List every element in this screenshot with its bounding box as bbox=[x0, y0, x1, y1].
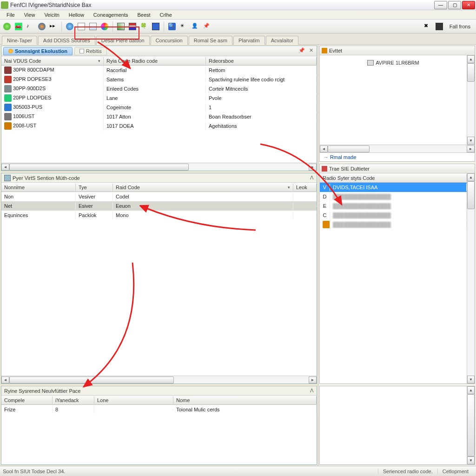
bot-col-0[interactable]: Compele bbox=[1, 397, 53, 404]
table-row[interactable]: 2008-UST1017 DOEAAgehitations bbox=[1, 121, 317, 131]
menu-veicitn[interactable]: Veicitn bbox=[40, 11, 64, 19]
scroll-thumb[interactable] bbox=[328, 145, 370, 152]
list-item[interactable]: D████████████████ bbox=[320, 192, 467, 201]
top-col-1[interactable]: Ryia Code Radio code bbox=[104, 57, 206, 65]
sun-icon[interactable]: ☀ bbox=[178, 21, 189, 32]
maximize-button[interactable]: ▢ bbox=[448, 1, 461, 9]
top-panel-tab-active[interactable]: Sonnsignt Ekolustion bbox=[3, 47, 73, 55]
menu-coneagements[interactable]: Coneagements bbox=[89, 11, 133, 19]
right-top-vscroll[interactable]: ▲ ▼ bbox=[467, 55, 475, 145]
leaf-icon[interactable]: 🍀 bbox=[139, 21, 149, 32]
refresh-icon[interactable] bbox=[2, 21, 12, 32]
table-row[interactable]: Frize8Toional Mulic cerds bbox=[1, 405, 317, 414]
document-icon[interactable] bbox=[76, 21, 86, 32]
table-row[interactable]: EqunincesPackiokMono bbox=[1, 211, 317, 220]
toolbar-text-button[interactable]: Fall frons bbox=[446, 23, 474, 30]
mid-col-1[interactable]: Tye bbox=[76, 184, 113, 191]
tab-concursiion[interactable]: Concursiion bbox=[151, 36, 188, 45]
mid-panel-title: Pyer VirtS Sention Müth-code ᐱ bbox=[1, 173, 317, 183]
scroll-right-icon[interactable]: ► bbox=[467, 145, 475, 152]
palette-icon[interactable] bbox=[99, 21, 110, 32]
close-x-icon[interactable]: ✖ bbox=[423, 21, 433, 32]
table-row[interactable]: 20PR DOPESE3SatemsSpactiving ruleine lif… bbox=[1, 75, 317, 84]
minimize-button[interactable]: — bbox=[434, 1, 447, 9]
right-top-hscroll[interactable]: ◄ ► bbox=[320, 145, 475, 152]
mid-hscroll[interactable]: ◄ ► bbox=[1, 376, 317, 383]
monitor-icon[interactable] bbox=[151, 21, 161, 32]
scroll-right-icon[interactable]: ► bbox=[309, 164, 317, 171]
mid-col-3[interactable]: Leok bbox=[293, 184, 317, 191]
play-icon[interactable]: ▸▸ bbox=[48, 21, 59, 32]
tab-add-doiss[interactable]: Add DOISS Sourdes bbox=[38, 36, 95, 45]
flag-icon[interactable] bbox=[127, 21, 138, 32]
right-mid-header[interactable]: Radio Syter styts Code bbox=[320, 174, 467, 182]
bot-col-2[interactable]: Lone bbox=[94, 397, 173, 404]
list-item[interactable]: C████████████████ bbox=[320, 211, 467, 220]
scroll-left-icon[interactable]: ◄ bbox=[1, 377, 9, 383]
table-row[interactable]: 1006UST1017 AttonBoan Readsorbser bbox=[1, 112, 317, 121]
table-row[interactable]: 30PP-900D2SEnleed CodesCorteir Mitncecil… bbox=[1, 84, 317, 93]
browser-icon[interactable] bbox=[37, 21, 47, 32]
image-icon[interactable] bbox=[88, 21, 98, 32]
chevron-up-icon[interactable]: ᐱ bbox=[310, 175, 314, 181]
list-item[interactable]: ████████████████ bbox=[320, 220, 467, 229]
dark-square-icon[interactable] bbox=[434, 21, 444, 32]
menu-crlhe[interactable]: Crlhe bbox=[155, 11, 177, 19]
scroll-right-icon[interactable]: ► bbox=[309, 377, 317, 383]
table-row[interactable]: 30PR 800CDAPMRacorfialRettom bbox=[1, 66, 317, 75]
scroll-left-icon[interactable]: ◄ bbox=[1, 164, 9, 171]
scroll-thumb[interactable] bbox=[9, 377, 174, 383]
top-col-2[interactable]: Rdeorsboe bbox=[206, 57, 317, 65]
scroll-down-icon[interactable]: ▼ bbox=[467, 376, 475, 383]
bottom-grid[interactable]: Compele iYanedack Lone Nome Frize8Toiona… bbox=[1, 396, 317, 464]
top-hscroll[interactable]: ◄ ► bbox=[1, 163, 317, 171]
user-icon[interactable]: 👤 bbox=[190, 21, 200, 32]
tab-desal-plere[interactable]: Desal Plere dattion bbox=[96, 36, 150, 45]
chevron-up-icon[interactable]: ᐱ bbox=[310, 388, 314, 394]
table-row[interactable]: 305003-PUSCogeimote1 bbox=[1, 103, 317, 112]
music-icon[interactable]: ♪ bbox=[25, 21, 35, 32]
mid-grid[interactable]: Nonnime Tye Raid Code▾ Leok NonVesiverCo… bbox=[1, 183, 317, 376]
scroll-thumb[interactable] bbox=[467, 394, 475, 456]
top-grid[interactable]: Nai VDUS Code▾ Ryia Code Radio code Rdeo… bbox=[1, 56, 317, 163]
scroll-thumb[interactable] bbox=[467, 63, 475, 82]
close-button[interactable]: ✕ bbox=[462, 1, 475, 9]
tab-plarvatim[interactable]: Plarvatim bbox=[233, 36, 265, 45]
bot-col-1[interactable]: iYanedack bbox=[53, 397, 94, 404]
tab-romal[interactable]: Romal Se asm bbox=[189, 36, 232, 45]
scroll-up-icon[interactable]: ▲ bbox=[467, 55, 475, 63]
right-bottom-vscroll[interactable]: ▲ ▼ bbox=[467, 386, 475, 464]
panel-close-icon[interactable]: ✕ bbox=[307, 47, 315, 55]
right-top-link[interactable]: Rmal made bbox=[330, 154, 356, 160]
menu-file[interactable]: File bbox=[2, 11, 20, 19]
menu-hellow[interactable]: Hellow bbox=[64, 11, 89, 19]
right-mid-vscroll[interactable]: ▲ ▼ bbox=[467, 173, 475, 383]
scroll-up-icon[interactable]: ▲ bbox=[467, 386, 475, 394]
list-item[interactable]: E████████████████ bbox=[320, 201, 467, 211]
table-row[interactable]: NonVesiverCodel bbox=[1, 192, 317, 201]
mid-col-0[interactable]: Nonnime bbox=[1, 184, 76, 191]
scroll-up-icon[interactable]: ▲ bbox=[467, 173, 475, 181]
tab-nine-taper[interactable]: Nine-Taper bbox=[2, 36, 37, 45]
table-row[interactable]: 20PP LDOPDESLanePvole bbox=[1, 93, 317, 103]
globe-icon[interactable] bbox=[65, 21, 75, 32]
chart-icon[interactable] bbox=[116, 21, 126, 32]
car-icon[interactable]: 🚗 bbox=[13, 21, 24, 32]
table-row[interactable]: NetEsiverEeuon bbox=[1, 201, 317, 211]
list-item[interactable]: VDVIDS,TACEI ISAA bbox=[320, 183, 467, 192]
scroll-thumb[interactable] bbox=[9, 164, 189, 171]
menu-view[interactable]: View bbox=[20, 11, 40, 19]
bot-col-3[interactable]: Nome bbox=[173, 397, 317, 404]
scroll-left-icon[interactable]: ◄ bbox=[320, 145, 328, 152]
pin-icon[interactable]: 📌 bbox=[202, 21, 212, 32]
menu-beest[interactable]: Beest bbox=[132, 11, 155, 19]
scroll-thumb[interactable] bbox=[467, 181, 475, 209]
mid-col-2[interactable]: Raid Code▾ bbox=[113, 184, 293, 191]
panel-pin-icon[interactable]: 📌 bbox=[298, 47, 305, 55]
top-panel-tab-inactive[interactable]: Rebitis bbox=[74, 47, 107, 55]
scroll-down-icon[interactable]: ▼ bbox=[467, 137, 475, 145]
tab-acvalaitor[interactable]: Acvalaitor bbox=[266, 36, 298, 45]
scroll-down-icon[interactable]: ▼ bbox=[467, 456, 475, 464]
search-icon[interactable]: 🔍 bbox=[167, 21, 177, 32]
top-col-0[interactable]: Nai VDUS Code▾ bbox=[1, 57, 104, 65]
